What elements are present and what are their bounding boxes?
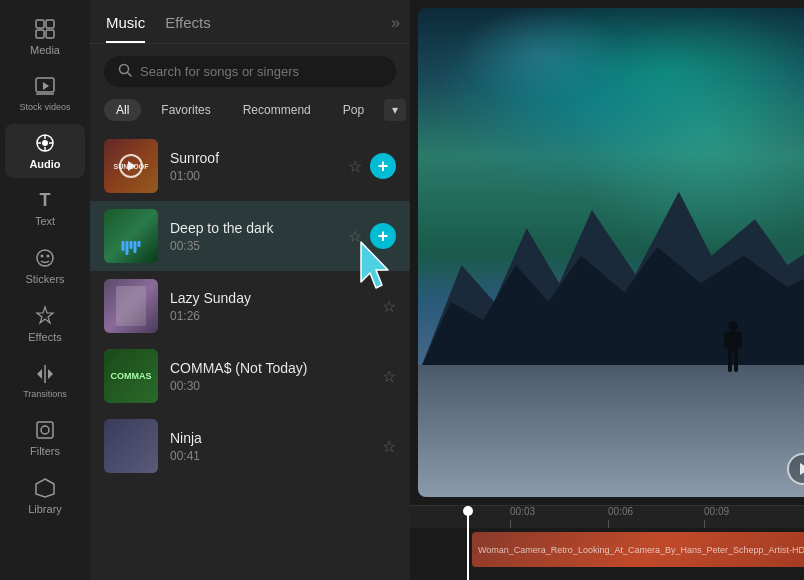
sidebar-item-label: Filters	[30, 445, 60, 457]
filter-pop[interactable]: Pop	[331, 99, 376, 121]
song-actions: ☆ +	[348, 153, 396, 179]
song-thumb-ninja	[104, 419, 158, 473]
sidebar-item-label: Transitions	[23, 389, 67, 399]
preview-area	[418, 8, 804, 497]
timeline-mark-1: 00:03	[510, 506, 535, 517]
add-button[interactable]: +	[370, 153, 396, 179]
sidebar-item-label: Library	[28, 503, 62, 515]
song-title: Lazy Sunday	[170, 290, 370, 306]
video-track[interactable]: Woman_Camera_Retro_Looking_At_Camera_By_…	[472, 532, 804, 567]
song-actions: ☆	[382, 297, 396, 316]
svg-marker-6	[43, 82, 49, 90]
sidebar-item-audio[interactable]: Audio	[5, 124, 85, 178]
song-item-lazy-sunday[interactable]: Lazy Sunday 01:26 ☆	[90, 271, 410, 341]
svg-point-19	[41, 426, 49, 434]
sidebar-item-library[interactable]: Library	[5, 469, 85, 523]
favorite-button[interactable]: ☆	[382, 437, 396, 456]
thumb-label: SUNROOF	[114, 163, 149, 170]
track-label: Woman_Camera_Retro_Looking_At_Camera_By_…	[472, 545, 804, 555]
stickers-icon	[34, 247, 56, 269]
svg-rect-2	[36, 30, 44, 38]
playhead-line	[467, 506, 469, 580]
sidebar-item-label: Media	[30, 44, 60, 56]
tab-effects[interactable]: Effects	[165, 14, 211, 43]
transitions-icon	[34, 363, 56, 385]
svg-line-21	[128, 73, 132, 77]
svg-point-15	[47, 255, 50, 258]
favorite-button[interactable]: ☆	[382, 297, 396, 316]
song-duration: 00:30	[170, 379, 370, 393]
collapse-icon[interactable]: »	[391, 14, 400, 32]
tab-music[interactable]: Music	[106, 14, 145, 43]
svg-point-14	[41, 255, 44, 258]
song-list: SUNROOF Sunroof 01:00 ☆ +	[90, 131, 410, 580]
main-content: 00:03 00:06 00:09 Woman_Camera_Retro_Loo…	[410, 0, 804, 580]
song-title: COMMA$ (Not Today)	[170, 360, 370, 376]
favorite-button[interactable]: ☆	[348, 157, 362, 176]
song-info: COMMA$ (Not Today) 00:30	[170, 360, 370, 393]
song-duration: 01:00	[170, 169, 336, 183]
song-info: Ninja 00:41	[170, 430, 370, 463]
song-duration: 00:35	[170, 239, 336, 253]
song-thumb-lazy	[104, 279, 158, 333]
sidebar-item-label: Stickers	[25, 273, 64, 285]
filter-more-button[interactable]: ▾	[384, 99, 406, 121]
sidebar-item-stickers[interactable]: Stickers	[5, 239, 85, 293]
song-item-ninja[interactable]: Ninja 00:41 ☆	[90, 411, 410, 481]
snow-ground	[418, 365, 804, 497]
timeline: 00:03 00:06 00:09 Woman_Camera_Retro_Loo…	[410, 505, 804, 580]
svg-rect-0	[36, 20, 44, 28]
song-title: Ninja	[170, 430, 370, 446]
media-icon	[34, 18, 56, 40]
audio-icon	[34, 132, 56, 154]
song-item-deep-dark[interactable]: Deep to the dark 00:35 ☆ +	[90, 201, 410, 271]
favorite-button[interactable]: ☆	[382, 367, 396, 386]
timeline-mark-3: 00:09	[704, 506, 729, 517]
svg-rect-27	[724, 332, 729, 348]
sidebar-item-media[interactable]: Media	[5, 10, 85, 64]
playhead-dot	[463, 506, 473, 516]
svg-rect-3	[46, 30, 54, 38]
song-actions: ☆	[382, 437, 396, 456]
song-title: Sunroof	[170, 150, 336, 166]
search-icon	[118, 63, 132, 80]
filter-favorites[interactable]: Favorites	[149, 99, 222, 121]
favorite-button[interactable]: ☆	[348, 227, 362, 246]
filter-row: All Favorites Recommend Pop ▾	[90, 99, 410, 121]
timeline-mark-2: 00:06	[608, 506, 633, 517]
song-info: Sunroof 01:00	[170, 150, 336, 183]
song-title: Deep to the dark	[170, 220, 336, 236]
sidebar-item-label: Effects	[28, 331, 61, 343]
music-panel: Music Effects » All Favorites Recommend …	[90, 0, 410, 580]
sidebar-item-stock[interactable]: Stock videos	[5, 68, 85, 120]
search-input[interactable]	[140, 64, 382, 79]
effects-icon	[34, 305, 56, 327]
svg-point-25	[728, 321, 738, 331]
sidebar-item-filters[interactable]: Filters	[5, 411, 85, 465]
search-bar	[104, 56, 396, 87]
sidebar: Media Stock videos Audio T Text	[0, 0, 90, 580]
sidebar-item-effects[interactable]: Effects	[5, 297, 85, 351]
svg-rect-18	[37, 422, 53, 438]
thumb-label: COMMAS	[111, 371, 152, 381]
song-info: Deep to the dark 00:35	[170, 220, 336, 253]
filter-recommend[interactable]: Recommend	[231, 99, 323, 121]
song-thumb-comma: COMMAS	[104, 349, 158, 403]
filters-icon	[34, 419, 56, 441]
add-button[interactable]: +	[370, 223, 396, 249]
figure-silhouette	[718, 320, 748, 385]
timeline-playhead[interactable]	[467, 506, 469, 580]
song-item-sunroof[interactable]: SUNROOF Sunroof 01:00 ☆ +	[90, 131, 410, 201]
svg-point-8	[42, 140, 48, 146]
song-info: Lazy Sunday 01:26	[170, 290, 370, 323]
sidebar-item-label: Text	[35, 215, 55, 227]
panel-tabs: Music Effects »	[90, 0, 410, 44]
song-thumb-sunroof: SUNROOF	[104, 139, 158, 193]
svg-rect-29	[728, 352, 732, 372]
sidebar-item-text[interactable]: T Text	[5, 182, 85, 235]
sidebar-item-transitions[interactable]: Transitions	[5, 355, 85, 407]
song-actions: ☆ +	[348, 223, 396, 249]
song-item-commas[interactable]: COMMAS COMMA$ (Not Today) 00:30 ☆	[90, 341, 410, 411]
svg-rect-1	[46, 20, 54, 28]
filter-all[interactable]: All	[104, 99, 141, 121]
